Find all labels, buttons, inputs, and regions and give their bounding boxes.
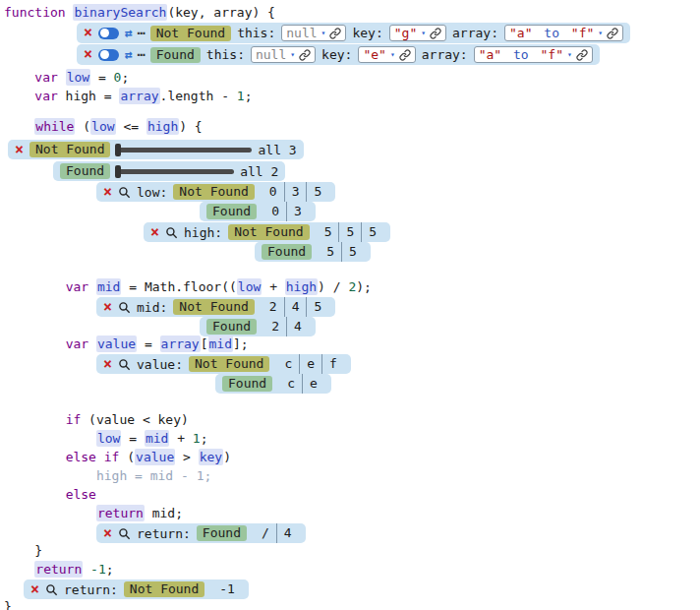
value-cell[interactable]: 5 xyxy=(361,222,383,242)
close-icon[interactable]: × xyxy=(15,143,24,157)
more-icon[interactable]: ⋯ xyxy=(138,26,145,40)
code-token[interactable]: value xyxy=(135,449,175,465)
code-token xyxy=(4,450,66,464)
toggle-switch[interactable] xyxy=(98,49,119,61)
code-token: function xyxy=(4,5,66,20)
code-token[interactable]: low xyxy=(90,118,115,135)
value-cell[interactable]: 5 xyxy=(338,222,361,242)
close-icon[interactable]: × xyxy=(103,357,112,372)
value-cell[interactable]: 4 xyxy=(284,297,307,317)
code-line: while (low <= high) { xyxy=(4,118,203,136)
iteration-count-label: all 2 xyxy=(240,164,278,179)
value-cell[interactable]: 5 xyxy=(306,297,328,317)
value-dropdown[interactable]: "e"▾ xyxy=(358,46,415,63)
code-token xyxy=(4,431,96,446)
slider-handle[interactable] xyxy=(115,144,121,156)
close-icon[interactable]: × xyxy=(103,526,112,541)
code-token[interactable]: mid xyxy=(145,430,169,447)
value-cells: cef xyxy=(277,354,343,374)
code-token[interactable]: mid xyxy=(208,336,233,352)
code-token[interactable]: return xyxy=(34,561,83,578)
value-cell[interactable]: 4 xyxy=(286,317,309,336)
value-dropdown[interactable]: "g"▾ xyxy=(389,25,446,41)
value-cell[interactable]: 3 xyxy=(284,182,307,202)
value-cell[interactable]: 5 xyxy=(320,242,341,262)
link-icon[interactable] xyxy=(607,28,618,39)
code-token: <= xyxy=(116,119,146,134)
link-icon[interactable] xyxy=(576,49,588,61)
link-icon[interactable] xyxy=(329,28,341,39)
close-icon[interactable]: × xyxy=(30,582,39,597)
close-icon[interactable]: × xyxy=(84,47,92,62)
value-cell[interactable]: f xyxy=(321,354,344,374)
param-label: key: xyxy=(352,26,382,40)
result-badge: Found xyxy=(262,244,312,260)
value-cell[interactable]: 3 xyxy=(286,202,309,221)
code-token[interactable]: high xyxy=(146,118,179,135)
value-cell[interactable]: 5 xyxy=(306,182,328,202)
link-icon[interactable] xyxy=(299,49,311,61)
swap-arrows-icon[interactable]: ⇄ xyxy=(125,47,132,62)
code-token[interactable]: array xyxy=(160,336,201,352)
code-token[interactable]: low xyxy=(237,278,262,295)
value-dropdown[interactable]: null▾ xyxy=(251,46,316,63)
magnifier-icon[interactable] xyxy=(45,583,58,596)
code-token: ]; xyxy=(233,336,249,351)
code-token[interactable]: low xyxy=(66,69,90,86)
swap-arrows-icon[interactable]: ⇄ xyxy=(125,26,132,40)
code-token[interactable]: array xyxy=(119,88,159,104)
value-dropdown[interactable]: "a" to "f"▾ xyxy=(474,46,593,63)
code-token[interactable]: key xyxy=(199,449,223,465)
value-cell[interactable]: 0 xyxy=(264,202,286,221)
value-token: null xyxy=(286,26,317,40)
result-badge: Not Found xyxy=(29,142,110,157)
value-cell[interactable]: 0 xyxy=(262,182,284,202)
link-icon[interactable] xyxy=(430,28,441,39)
code-token xyxy=(4,336,66,351)
code-token xyxy=(88,279,96,294)
code-token[interactable]: value xyxy=(96,336,137,352)
code-token[interactable]: while xyxy=(34,118,75,135)
toggle-switch[interactable] xyxy=(98,28,119,39)
value-cell[interactable]: 2 xyxy=(264,317,286,336)
value-cell[interactable]: c xyxy=(280,374,302,394)
magnifier-icon[interactable] xyxy=(118,301,131,314)
value-dropdown[interactable]: null▾ xyxy=(281,25,346,41)
close-icon[interactable]: × xyxy=(103,300,112,315)
close-icon[interactable]: × xyxy=(103,185,112,200)
code-token: ); xyxy=(356,279,372,294)
value-cell[interactable]: 2 xyxy=(262,297,284,317)
close-icon[interactable]: × xyxy=(150,225,159,240)
code-token: = Math.floor(( xyxy=(121,279,236,294)
value-cell[interactable]: 5 xyxy=(318,222,339,242)
value-cell[interactable]: / xyxy=(255,523,276,543)
iteration-count-label: all 3 xyxy=(258,143,296,157)
magnifier-icon[interactable] xyxy=(118,527,131,540)
code-line: return -1; xyxy=(4,561,114,579)
toggle-knob xyxy=(100,29,109,37)
magnifier-icon[interactable] xyxy=(118,358,131,371)
value-cell[interactable]: c xyxy=(277,354,299,374)
code-token[interactable]: mid xyxy=(96,278,121,295)
code-token[interactable]: low xyxy=(96,430,121,447)
code-token[interactable]: high xyxy=(285,278,318,295)
value-cell[interactable]: e xyxy=(299,354,321,374)
slider-track[interactable] xyxy=(116,169,234,174)
value-dropdown[interactable]: "a" to "f"▾ xyxy=(504,25,623,41)
value-cell[interactable]: e xyxy=(302,374,324,394)
magnifier-icon[interactable] xyxy=(118,186,131,199)
value-cell[interactable]: 5 xyxy=(341,242,364,262)
slider-handle[interactable] xyxy=(115,165,121,178)
code-token: var xyxy=(66,279,88,294)
close-icon[interactable]: × xyxy=(84,26,92,40)
value-cell[interactable]: -1 xyxy=(212,580,242,599)
value-cell[interactable]: 4 xyxy=(276,523,299,543)
code-token[interactable]: binarySearch xyxy=(73,4,167,21)
slider-track[interactable] xyxy=(116,148,252,152)
magnifier-icon[interactable] xyxy=(165,226,178,239)
link-icon[interactable] xyxy=(399,49,411,61)
caret-down-icon: ▾ xyxy=(290,51,295,59)
more-icon[interactable]: ⋯ xyxy=(138,47,145,62)
code-editor: function binarySearch(key, array) {×⇄⋯No… xyxy=(0,0,700,610)
code-token[interactable]: return xyxy=(96,505,145,521)
